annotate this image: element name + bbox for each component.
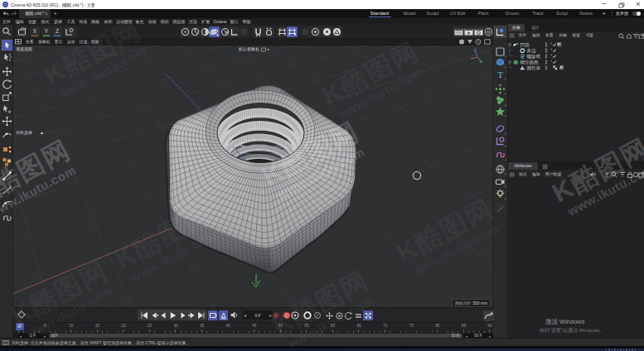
menu-7[interactable]: 网格	[91, 19, 99, 25]
softselect-mode-button[interactable]	[332, 26, 342, 37]
object-enabled-check-icon[interactable]	[550, 60, 557, 65]
attributes-menu-2[interactable]: 用户数据	[545, 171, 561, 178]
scale-tool-icon[interactable]	[2, 91, 12, 102]
polygon-points-mode-icon[interactable]	[2, 144, 12, 155]
visibility-dots-icon[interactable]	[545, 48, 548, 53]
menu-9[interactable]: 运动图形	[116, 19, 133, 25]
edge-mode-icon[interactable]	[2, 171, 12, 181]
paint-setup-icon[interactable]	[494, 202, 506, 214]
knife-tool-icon[interactable]	[2, 185, 12, 195]
object-manager-home-icon[interactable]	[626, 33, 632, 39]
workspace-tab-script[interactable]: Script	[552, 10, 572, 17]
play-button[interactable]	[168, 311, 177, 320]
object-manager-tab-objects[interactable]: 对象	[508, 24, 525, 31]
menu-17[interactable]: 窗口	[230, 19, 239, 25]
window-close-button[interactable]: ×	[632, 0, 644, 9]
object-manager-menu-4[interactable]: 标签	[573, 32, 581, 39]
menu-18[interactable]: 帮助	[243, 19, 251, 25]
bend-deformer-icon[interactable]	[494, 123, 506, 135]
cube-primitive-icon[interactable]	[494, 56, 506, 69]
key-parameter-button[interactable]	[354, 311, 363, 320]
viewport-menu-0[interactable]: 查看	[26, 39, 34, 45]
tree-label-2[interactable]: 螺旋线	[527, 54, 541, 60]
menu-2[interactable]: 创建	[28, 19, 36, 25]
field-object-icon[interactable]	[494, 135, 506, 147]
workspace-tab-model[interactable]: Model	[399, 10, 419, 17]
menu-16[interactable]: Octane	[214, 19, 227, 25]
visibility-dots-icon[interactable]	[545, 42, 548, 47]
redo-icon[interactable]	[11, 11, 17, 17]
keyframe-selection-button[interactable]	[291, 311, 299, 320]
layout-toggle[interactable]	[632, 12, 641, 17]
window-maximize-button[interactable]	[618, 2, 625, 8]
next-frame-button[interactable]	[178, 311, 187, 320]
visibility-dots-icon[interactable]	[545, 65, 548, 70]
menu-10[interactable]: 角色	[136, 19, 144, 25]
coordinate-system-button[interactable]	[64, 26, 76, 37]
document-tab-add-button[interactable]: +	[51, 9, 59, 18]
viewport-menu-4[interactable]: 过滤	[80, 39, 88, 45]
camera-object-icon[interactable]	[494, 176, 506, 188]
attributes-up-icon[interactable]	[603, 171, 610, 178]
window-minimize-button[interactable]: –	[598, 0, 610, 8]
next-key-button[interactable]	[187, 311, 196, 320]
workspace-tab-groom[interactable]: Groom	[501, 10, 523, 17]
menu-15[interactable]: 扩展	[201, 19, 210, 25]
autokey-button[interactable]	[283, 311, 291, 320]
tree-label-3[interactable]: 细分曲面	[521, 60, 539, 65]
quantize-button[interactable]	[264, 26, 274, 37]
axis-tool-icon[interactable]	[2, 116, 12, 127]
axis-lock-z-button[interactable]: Z	[52, 26, 62, 37]
object-manager-menu-3[interactable]: 对象	[559, 32, 568, 39]
search-icon[interactable]	[2, 26, 12, 36]
text-spline-icon[interactable]: T	[494, 68, 506, 80]
viewport-view-label[interactable]: 透视视图	[16, 46, 32, 52]
object-manager-menu-0[interactable]: 文件	[519, 32, 527, 39]
attributes-filter-icon[interactable]	[619, 171, 626, 178]
visibility-dots-icon[interactable]	[545, 60, 548, 65]
menu-0[interactable]: 文件	[2, 19, 11, 25]
rotate-tool-button[interactable]	[209, 26, 220, 37]
attributes-menu-0[interactable]: 模式	[519, 171, 527, 178]
phong-tag-icon[interactable]	[557, 42, 562, 47]
object-manager-menu-5[interactable]: 书签	[586, 32, 594, 39]
loop-mode-button[interactable]	[208, 310, 218, 321]
key-position-button[interactable]	[325, 311, 334, 320]
camera-dropdown-icon[interactable]	[261, 47, 269, 52]
object-enabled-check-icon[interactable]	[550, 54, 557, 59]
display-tag-icon[interactable]	[553, 65, 558, 70]
workspace-tab-track[interactable]: Track	[528, 10, 548, 17]
undo-icon[interactable]	[2, 11, 9, 17]
menu-12[interactable]: 模拟	[161, 19, 169, 25]
attributes-newwindow-icon[interactable]	[638, 171, 644, 178]
document-tab-close-icon[interactable]: ×	[43, 9, 50, 18]
modeling-settings-icon[interactable]	[17, 26, 27, 37]
select-children-tool-icon[interactable]	[2, 52, 12, 63]
menu-1[interactable]: 编辑	[16, 19, 24, 25]
workplane-snap-button[interactable]	[287, 26, 298, 37]
attributes-search-icon[interactable]	[611, 171, 617, 178]
current-frame-spinner[interactable]: ◂0 F▸	[242, 310, 274, 320]
prev-frame-button[interactable]	[159, 311, 168, 320]
key-extra-circle-button[interactable]	[313, 311, 322, 320]
spline-arc-icon[interactable]	[2, 199, 12, 209]
record-active-objects-button[interactable]	[272, 311, 280, 320]
last-tool-icon[interactable]	[2, 103, 12, 114]
menu-13[interactable]: 跟踪器	[173, 19, 186, 25]
move-tool-icon[interactable]	[2, 66, 12, 77]
sky-object-icon[interactable]	[494, 163, 506, 176]
goto-start-button[interactable]	[140, 311, 149, 320]
tree-label-1[interactable]: 多边	[527, 48, 536, 54]
symmetry-generator-icon[interactable]	[494, 105, 506, 118]
viewport[interactable]	[13, 45, 492, 307]
visibility-dots-icon[interactable]	[545, 54, 548, 59]
object-manager-search-icon[interactable]	[618, 33, 624, 39]
menu-3[interactable]: 模式	[41, 19, 50, 25]
asset-browser-icon[interactable]	[494, 26, 506, 38]
viewport-render-sphere-icon[interactable]	[458, 39, 465, 45]
viewport-menu-5[interactable]: 面板	[91, 39, 99, 45]
key-scale-button[interactable]	[335, 311, 344, 320]
attributes-tab[interactable]: Attributes	[508, 162, 538, 170]
tree-label-0[interactable]: 扫描	[521, 42, 530, 48]
cloner-mograph-icon[interactable]	[494, 83, 506, 95]
